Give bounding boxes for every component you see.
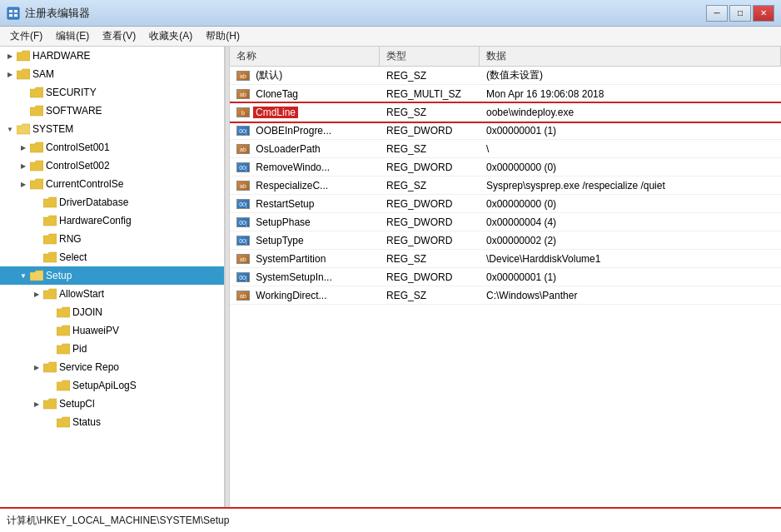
reg-cell-type-systemsetupin: REG_DWORD [380,271,480,284]
reg-row-systempartition[interactable]: ab SystemPartition REG_SZ \Device\Harddi… [230,250,781,268]
expander-setupcl[interactable]: ▶ [30,397,43,410]
reg-row-oobeinprog[interactable]: 00| OOBEInProgre... REG_DWORD 0x00000001… [230,122,781,140]
reg-row-respecializec[interactable]: ab RespecializeC... REG_SZ Sysprep\syspr… [230,177,781,195]
reg-row-removewindow[interactable]: 00| RemoveWindo... REG_DWORD 0x00000000 … [230,158,781,177]
close-button[interactable]: ✕ [753,5,774,22]
svg-rect-2 [14,10,17,12]
title-bar: 注册表编辑器 ─ □ ✕ [0,0,781,27]
folder-icon-software [30,105,43,117]
reg-row-restartsetup[interactable]: 00| RestartSetup REG_DWORD 0x00000000 (0… [230,195,781,213]
tree-item-allowstart[interactable]: ▶ AllowStart [0,285,224,303]
col-header-name[interactable]: 名称 [230,47,380,66]
tree-label-driverdatabase: DriverDatabase [59,196,128,208]
menu-help[interactable]: 帮助(H) [199,27,246,45]
maximize-button[interactable]: □ [729,5,751,22]
tree-label-setupcl: SetupCl [59,398,95,410]
tree-item-driverdatabase[interactable]: ▶ DriverDatabase [0,193,224,211]
tree-label-currentcontrolset: CurrentControlSe [46,178,123,190]
svg-rect-0 [7,7,19,19]
tree-item-sam[interactable]: ▶ SAM [0,65,224,83]
svg-rect-1 [9,10,12,12]
reg-row-systemsetupin[interactable]: 00| SystemSetupIn... REG_DWORD 0x0000000… [230,268,781,286]
tree-item-djoin[interactable]: ▶ DJOIN [0,303,224,321]
reg-cell-type-oobeinprog: REG_DWORD [380,124,480,137]
tree-item-system[interactable]: ▼ SYSTEM [0,120,224,138]
tree-item-security[interactable]: ▶ SECURITY [0,83,224,102]
menu-bar: 文件(F) 编辑(E) 查看(V) 收藏夹(A) 帮助(H) [0,27,781,47]
reg-row-osloaderpath[interactable]: ab OsLoaderPath REG_SZ \ [230,140,781,158]
tree-label-setupapilog: SetupApiLogS [72,380,137,391]
tree-item-setup[interactable]: ▼ Setup [0,266,224,285]
expander-system[interactable]: ▼ [3,122,17,136]
tree-item-controlset002[interactable]: ▶ ControlSet002 [0,157,224,175]
expander-servicerepo[interactable]: ▶ [30,360,43,374]
reg-cell-name-systempartition: ab SystemPartition [230,252,380,266]
reg-cell-type-cmdline: REG_SZ [380,106,480,119]
folder-icon-pid [57,343,70,355]
registry-panel[interactable]: 名称 类型 数据 ab (默认) REG_SZ (数值未设置) ab Clone… [230,47,781,507]
tree-label-sam: SAM [32,68,54,80]
menu-edit[interactable]: 编辑(E) [49,27,96,45]
reg-row-clonetag[interactable]: ab CloneTag REG_MULTI_SZ Mon Apr 16 19:0… [230,85,781,103]
reg-row-setuptype[interactable]: 00| SetupType REG_DWORD 0x00000002 (2) [230,231,781,250]
tree-item-hardware[interactable]: ▶ HARDWARE [0,47,224,65]
tree-item-pid[interactable]: ▶ Pid [0,340,224,358]
expander-sam[interactable]: ▶ [3,67,17,81]
reg-type-icon-systempartition: ab [236,254,250,264]
tree-label-security: SECURITY [46,87,97,98]
tree-item-servicerepo[interactable]: ▶ Service Repo [0,358,224,376]
tree-item-currentcontrolset[interactable]: ▶ CurrentControlSe [0,175,224,193]
expander-controlset002[interactable]: ▶ [17,159,30,172]
reg-cell-type-clonetag: REG_MULTI_SZ [380,87,480,101]
registry-header: 名称 类型 数据 [230,47,781,67]
folder-icon-servicerepo [43,361,57,373]
tree-label-huaweipv: HuaweiPV [72,325,119,336]
minimize-button[interactable]: ─ [706,5,728,22]
tree-item-status[interactable]: ▶ Status [0,413,224,431]
tree-item-hardwareconfig[interactable]: ▶ HardwareConfig [0,211,224,230]
title-bar-controls: ─ □ ✕ [706,5,774,22]
expander-currentcontrolset[interactable]: ▶ [17,177,30,191]
reg-cell-data-oobeinprog: 0x00000001 (1) [480,124,781,137]
tree-label-pid: Pid [72,343,87,355]
col-header-type[interactable]: 类型 [380,47,480,66]
tree-item-rng[interactable]: ▶ RNG [0,230,224,248]
reg-row-workingdirect[interactable]: ab WorkingDirect... REG_SZ C:\Windows\Pa… [230,286,781,305]
folder-icon-setupapilog [57,380,70,391]
reg-cell-name-respecializec: ab RespecializeC... [230,179,380,192]
reg-cell-data-default: (数值未设置) [480,67,781,83]
reg-row-cmdline[interactable]: b CmdLine REG_SZ oobe\windeploy.exe [230,103,781,122]
folder-icon-status [57,416,70,428]
tree-item-select[interactable]: ▶ Select [0,248,224,266]
tree-item-setupcl[interactable]: ▶ SetupCl [0,395,224,413]
tree-item-setupapilog[interactable]: ▶ SetupApiLogS [0,376,224,395]
title-bar-left: 注册表编辑器 [7,6,90,21]
tree-item-controlset001[interactable]: ▶ ControlSet001 [0,138,224,157]
reg-cell-data-restartsetup: 0x00000000 (0) [480,197,781,211]
col-header-data[interactable]: 数据 [480,47,781,66]
reg-row-setupphase[interactable]: 00| SetupPhase REG_DWORD 0x00000004 (4) [230,213,781,231]
status-bar: 计算机\HKEY_LOCAL_MACHINE\SYSTEM\Setup [0,507,781,532]
reg-cell-data-setuptype: 0x00000002 (2) [480,234,781,247]
expander-hardware[interactable]: ▶ [3,49,17,62]
tree-label-select: Select [59,251,87,263]
folder-icon-controlset002 [30,160,43,172]
menu-favorites[interactable]: 收藏夹(A) [142,27,199,45]
status-path: 计算机\HKEY_LOCAL_MACHINE\SYSTEM\Setup [7,514,229,528]
tree-label-system: SYSTEM [32,123,73,135]
tree-label-rng: RNG [59,233,82,245]
tree-panel[interactable]: ▶ HARDWARE ▶ SAM ▶ SECURITY ▶ [0,47,225,507]
expander-setup[interactable]: ▼ [17,269,30,282]
expander-controlset001[interactable]: ▶ [17,141,30,154]
folder-icon-djoin [57,306,70,318]
reg-cell-type-osloaderpath: REG_SZ [380,142,480,156]
tree-item-software[interactable]: ▶ SOFTWARE [0,102,224,120]
menu-file[interactable]: 文件(F) [3,27,49,45]
reg-cell-data-cmdline: oobe\windeploy.exe [480,106,781,119]
expander-allowstart[interactable]: ▶ [30,287,43,301]
menu-view[interactable]: 查看(V) [96,27,142,45]
folder-icon-setup [30,270,43,281]
folder-icon-huaweipv [57,325,70,336]
tree-item-huaweipv[interactable]: ▶ HuaweiPV [0,321,224,340]
reg-row-default[interactable]: ab (默认) REG_SZ (数值未设置) [230,67,781,85]
